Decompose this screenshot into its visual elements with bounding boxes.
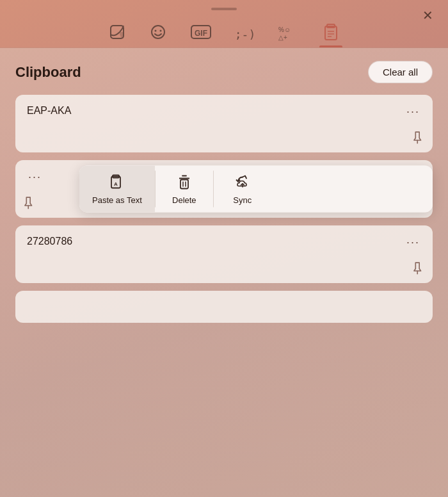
- pin-icon-2: [19, 193, 37, 211]
- clipboard-item-1: EAP-AKA ···: [15, 95, 433, 152]
- svg-rect-9: [325, 26, 337, 40]
- section-title: Clipboard: [15, 64, 81, 81]
- kaomoji-label: ;-): [235, 28, 256, 41]
- svg-text:A: A: [114, 181, 118, 187]
- item-3-more-button[interactable]: ···: [401, 233, 425, 252]
- svg-text:GIF: GIF: [195, 29, 207, 38]
- tab-emoji[interactable]: [138, 18, 179, 47]
- close-button[interactable]: ✕: [417, 5, 438, 26]
- svg-text:△+: △+: [278, 34, 287, 41]
- svg-point-2: [154, 30, 156, 32]
- panel: ✕ GIF: [0, 0, 448, 497]
- clipboard-item-2-wrapper: ··· A Paste as Text: [15, 160, 433, 218]
- tab-clipboard[interactable]: [310, 18, 351, 47]
- item-2-more-button[interactable]: ···: [23, 168, 47, 186]
- pin-icon: [408, 128, 426, 146]
- sync-button[interactable]: Sync: [214, 166, 271, 213]
- tab-gif[interactable]: GIF: [179, 18, 223, 47]
- clipboard-item-4: [15, 291, 433, 323]
- item-1-pin-button[interactable]: [408, 128, 429, 149]
- gif-icon: GIF: [190, 23, 212, 41]
- drag-handle-area: ✕: [0, 0, 448, 15]
- delete-icon: [175, 174, 193, 191]
- drag-handle: [211, 8, 237, 10]
- item-2-pin-button[interactable]: [19, 193, 40, 214]
- delete-button[interactable]: Delete: [156, 166, 213, 213]
- svg-point-3: [159, 30, 161, 32]
- clipboard-item-3: 27280786 ···: [15, 225, 433, 283]
- item-1-more-button[interactable]: ···: [401, 102, 425, 121]
- svg-point-1: [152, 26, 164, 38]
- tab-sticker[interactable]: [97, 18, 138, 47]
- delete-label: Delete: [172, 195, 196, 205]
- context-menu: A Paste as Text Delete: [79, 166, 433, 213]
- tab-bar: GIF ;-) %☺ △+: [0, 15, 448, 48]
- svg-rect-18: [180, 180, 188, 189]
- section-header: Clipboard Clear all: [15, 61, 433, 83]
- clear-all-button[interactable]: Clear all: [368, 61, 433, 83]
- paste-as-text-label: Paste as Text: [92, 195, 142, 205]
- item-3-pin-button[interactable]: [408, 259, 429, 279]
- symbols-icon: %☺ △+: [278, 23, 299, 41]
- content-area: Clipboard Clear all EAP-AKA ··· ···: [0, 48, 448, 497]
- pin-icon-3: [408, 259, 426, 277]
- item-3-text: 27280786: [27, 236, 72, 247]
- tab-symbols[interactable]: %☺ △+: [267, 18, 310, 47]
- emoji-icon: [149, 23, 167, 41]
- sync-label: Sync: [233, 195, 252, 205]
- sticker-icon: [108, 23, 126, 41]
- tab-kaomoji[interactable]: ;-): [223, 22, 268, 47]
- svg-text:%☺: %☺: [278, 26, 291, 33]
- item-1-text: EAP-AKA: [27, 105, 71, 116]
- paste-as-text-button[interactable]: A Paste as Text: [79, 166, 155, 213]
- clipboard-tab-icon: [322, 23, 340, 41]
- paste-as-text-icon: A: [108, 174, 126, 191]
- sync-icon: [234, 174, 252, 191]
